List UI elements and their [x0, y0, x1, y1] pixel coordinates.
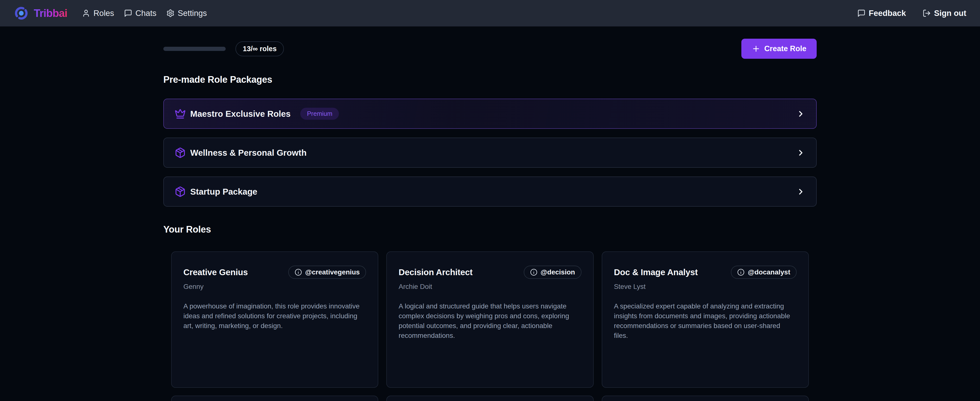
role-subtitle: Genny	[183, 283, 366, 291]
package-list: Maestro Exclusive Roles Premium Wellness…	[163, 99, 817, 207]
card-header: Creative Genius @creativegenius	[183, 266, 366, 279]
your-roles-heading: Your Roles	[163, 224, 817, 235]
role-description: A specialized expert capable of analyzin…	[614, 301, 794, 340]
nav-label: Feedback	[869, 8, 906, 18]
role-handle-badge[interactable]: @docanalyst	[731, 266, 797, 279]
role-handle-badge[interactable]: @creativegenius	[288, 266, 366, 279]
chat-icon	[857, 9, 865, 18]
card-header: Decision Architect @decision	[399, 266, 581, 279]
package-title: Maestro Exclusive Roles	[190, 109, 291, 119]
package-row-wellness[interactable]: Wellness & Personal Growth	[163, 137, 817, 168]
sign-out-button[interactable]: Sign out	[923, 8, 966, 18]
roles-count-badge: 13/∞ roles	[235, 42, 284, 56]
role-card-doc-image-analyst[interactable]: Doc & Image Analyst @docanalyst Steve Ly…	[602, 251, 809, 388]
user-icon	[82, 9, 90, 18]
role-handle: @docanalyst	[748, 268, 790, 276]
role-description: A powerhouse of imagination, this role p…	[183, 301, 363, 331]
role-handle: @creativegenius	[305, 268, 360, 276]
role-title: Doc & Image Analyst	[614, 267, 698, 277]
crown-icon	[175, 108, 186, 120]
package-icon	[175, 186, 186, 197]
roles-progress-bar	[163, 47, 226, 51]
nav-item-roles[interactable]: Roles	[82, 8, 114, 18]
chat-icon	[124, 9, 132, 18]
role-card-partial[interactable]	[602, 396, 809, 401]
create-role-button[interactable]: Create Role	[741, 39, 817, 59]
chevron-right-icon	[796, 148, 805, 157]
card-header: Doc & Image Analyst @docanalyst	[614, 266, 797, 279]
role-card-partial[interactable]	[171, 396, 378, 401]
package-row-maestro[interactable]: Maestro Exclusive Roles Premium	[163, 99, 817, 129]
role-handle: @decision	[541, 268, 575, 276]
info-icon	[530, 268, 538, 276]
nav-item-chats[interactable]: Chats	[124, 8, 156, 18]
plus-icon	[752, 44, 760, 53]
role-cards-grid: Creative Genius @creativegenius Genny A …	[163, 251, 817, 388]
role-title: Decision Architect	[399, 267, 473, 277]
role-cards-grid-next-row	[163, 396, 817, 401]
main-nav: Roles Chats Settings	[82, 8, 207, 18]
packages-heading: Pre-made Role Packages	[163, 74, 817, 85]
tribbai-logo-icon	[14, 6, 29, 21]
info-icon	[737, 268, 745, 276]
main-content: 13/∞ roles Create Role Pre-made Role Pac…	[163, 39, 817, 401]
package-row-startup[interactable]: Startup Package	[163, 177, 817, 207]
info-icon	[294, 268, 302, 276]
chevron-right-icon	[796, 187, 805, 197]
nav-item-settings[interactable]: Settings	[166, 8, 207, 18]
feedback-button[interactable]: Feedback	[857, 8, 906, 18]
brand-logo[interactable]: Tribbai	[14, 6, 67, 21]
role-card-partial[interactable]	[386, 396, 593, 401]
package-title: Wellness & Personal Growth	[190, 148, 307, 158]
chevron-right-icon	[796, 109, 805, 118]
role-subtitle: Steve Lyst	[614, 283, 797, 291]
create-role-label: Create Role	[764, 44, 807, 53]
role-subtitle: Archie Doit	[399, 283, 581, 291]
gear-icon	[166, 9, 175, 18]
nav-right: Feedback Sign out	[857, 8, 966, 18]
premium-badge: Premium	[300, 108, 339, 120]
sign-out-icon	[923, 9, 931, 18]
role-card-creative-genius[interactable]: Creative Genius @creativegenius Genny A …	[171, 251, 378, 388]
package-icon	[175, 147, 186, 158]
package-title: Startup Package	[190, 187, 257, 197]
nav-label: Settings	[178, 8, 207, 18]
role-handle-badge[interactable]: @decision	[524, 266, 581, 279]
nav-label: Chats	[135, 8, 156, 18]
top-navbar: Tribbai Roles Chats	[0, 0, 980, 26]
role-title: Creative Genius	[183, 267, 248, 277]
brand-name: Tribbai	[34, 7, 67, 19]
nav-label: Sign out	[934, 8, 966, 18]
nav-label: Roles	[94, 8, 114, 18]
roles-toolbar: 13/∞ roles Create Role	[163, 39, 817, 59]
role-card-decision-architect[interactable]: Decision Architect @decision Archie Doit…	[386, 251, 593, 388]
role-description: A logical and structured guide that help…	[399, 301, 578, 340]
